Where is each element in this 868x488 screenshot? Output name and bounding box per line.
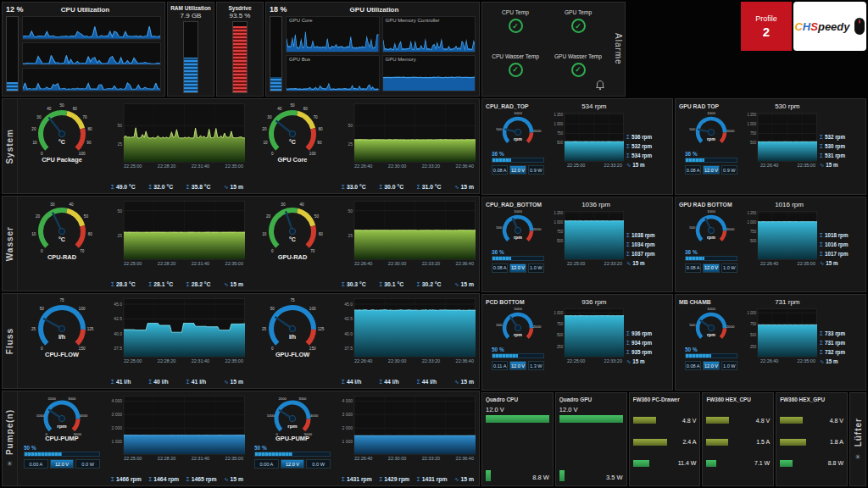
x-axis-label: 22:35:00 xyxy=(225,261,243,266)
gpu-chart-label: GPU Memory Controller xyxy=(386,18,440,23)
x-axis-label: 22:30:00 xyxy=(388,456,406,461)
watt-value: 8.8 W xyxy=(828,460,843,466)
cpu-panel-top: 12 % CPU Utilization xyxy=(3,3,164,14)
x-axis-label: 22:35:00 xyxy=(225,358,243,363)
sigma-stat-icon: Σ xyxy=(820,349,823,355)
gauge-tick-label: 1000 xyxy=(514,111,522,115)
stat-stat_max: Σ1038 rpm xyxy=(626,232,669,238)
sensor-box: 0.08 A xyxy=(685,263,701,273)
x-axis-label: 22:30:00 xyxy=(388,164,406,169)
gauge: 50010002000rpm xyxy=(679,209,743,247)
y-axis-label: 50 xyxy=(117,208,122,214)
cpu-history-chart-2 xyxy=(22,68,161,92)
fan-name: CPU_RAD_BOTTOM xyxy=(486,202,581,208)
speed-percent-slider[interactable]: 50 % xyxy=(248,445,337,457)
history-chart: 5025 xyxy=(340,103,476,163)
gauge-unit: rpm xyxy=(287,424,297,429)
speed-percent-slider[interactable]: 50 % xyxy=(679,347,743,358)
gauge-tick-label: 500 xyxy=(689,127,696,131)
history-chart: 1 2501 000750500 xyxy=(746,211,817,260)
gpu-history-chart-2: GPU Bus xyxy=(286,55,380,92)
speed-percent-slider[interactable]: 50 % xyxy=(18,445,106,457)
profile-selector[interactable]: Profile 2 xyxy=(741,2,792,51)
gauge-tick-label: 20 xyxy=(31,127,36,131)
gauge-tick-label: 50 xyxy=(290,103,295,108)
fan-stats: Σ532 rpmΣ530 rpmΣ531 rpm∿15 m xyxy=(820,111,862,191)
sensor-sections: System0102030405060708090100°CCPU Packag… xyxy=(2,98,480,486)
gauge-tick-label: 10 xyxy=(33,141,38,145)
stat-value: 1038 rpm xyxy=(632,232,655,238)
stat-value: 1464 rpm xyxy=(153,476,179,482)
history-chart: 5025 xyxy=(109,103,245,163)
x-axis-label: 22:31:40 xyxy=(192,358,209,363)
sigma-stat-icon: Σ xyxy=(111,476,114,482)
sensor-box: 0.00 A xyxy=(24,459,48,469)
y-axis-label: 750 xyxy=(750,322,757,326)
y-axis-label: 500 xyxy=(557,239,564,243)
gauge-tick-label: 1000 xyxy=(707,307,715,311)
wattage-bar xyxy=(559,470,565,481)
gauge-tick-label: 3000 xyxy=(68,396,76,401)
cpu-utilization-title: CPU Utilization xyxy=(35,6,161,14)
gauge-tick-label: 30 xyxy=(267,115,272,119)
stat-value: 1037 rpm xyxy=(632,251,655,257)
stat-window: ∿15 m xyxy=(454,281,474,287)
sigma-stat-icon: Σ xyxy=(417,379,420,385)
x-axis-label: 22:26:40 xyxy=(354,456,372,461)
x-axis-label: 22:25:00 xyxy=(124,164,142,169)
gauge-tick-label: 150 xyxy=(79,347,86,351)
stat-window: ∿15 m xyxy=(454,184,474,190)
utilization-spark-chart xyxy=(23,43,160,65)
stat-stat_min: Σ30.0 °C xyxy=(379,184,403,190)
stat-value: 532 rpm xyxy=(632,143,652,149)
x-axis-label: 22:33:20 xyxy=(422,358,440,363)
bell-icon[interactable] xyxy=(594,80,606,92)
chart-stats: Σ30.3 °CΣ30.1 °CΣ30.2 °C∿15 m xyxy=(340,280,476,288)
x-axis-label: 22:25:00 xyxy=(567,261,585,266)
speed-percent-slider[interactable]: 50 % xyxy=(486,347,550,358)
stat-value: 536 rpm xyxy=(632,134,652,140)
gpu-utilization-panel: 18 % GPU Utilization GPU CoreGPU Memory … xyxy=(265,2,480,97)
section-label-text: Wasser xyxy=(5,226,14,261)
y-axis-label: 1 000 xyxy=(554,311,563,315)
gpu-utilization-bar xyxy=(270,16,282,92)
volt-bar xyxy=(780,417,803,424)
logo-letter: y xyxy=(843,20,849,33)
sigma-stat-icon: Σ xyxy=(379,281,382,287)
x-axis-label: 22:25:00 xyxy=(124,456,142,461)
x-axis-labels: 22:25:0022:33:20 xyxy=(553,260,624,266)
sigma-stat-icon: Σ xyxy=(626,251,630,257)
ram-title: RAM Utilization xyxy=(170,5,211,11)
sigma-stat-icon: Σ xyxy=(626,143,630,149)
time-window-icon: ∿ xyxy=(224,379,228,385)
x-axis-label: 22:26:40 xyxy=(354,261,372,266)
gauge-tick-label: 30 xyxy=(50,202,55,207)
sigma-stat-icon: Σ xyxy=(148,379,152,385)
stat-value: 30.3 °C xyxy=(347,281,366,287)
stat-window: ∿15 m xyxy=(454,476,474,482)
speed-percent-slider[interactable]: 36 % xyxy=(679,151,743,163)
speed-percent-slider[interactable]: 36 % xyxy=(679,249,743,261)
stat-stat_min: Σ28.1 °C xyxy=(148,281,173,287)
fan-stats: Σ1018 rpmΣ1016 rpmΣ1017 rpm∿15 m xyxy=(820,209,862,290)
logo-letter: C xyxy=(794,20,802,33)
percent-label: 50 % xyxy=(492,347,544,352)
stat-stat_min: Σ731 rpm xyxy=(820,340,862,346)
power-panel-1: Quadro GPU12.0 V3.5 W xyxy=(555,392,627,486)
gauge-tick-label: 75 xyxy=(290,298,295,302)
section-label-text: Fluss xyxy=(5,328,14,354)
speed-percent-slider[interactable]: 36 % xyxy=(486,151,550,163)
stat-stat_avg: Σ935 rpm xyxy=(626,349,669,355)
chart-box: 4 0003 0002 0001 00022:25:0022:28:2022:3… xyxy=(106,391,248,485)
gauge-tick-label: 0 xyxy=(271,347,274,351)
cpu-utilization-bar xyxy=(6,16,19,92)
gpu-charts-grid: GPU CoreGPU Memory ControllerGPU BusGPU … xyxy=(286,16,476,92)
history-chart: 1 2501 000750500 xyxy=(553,113,624,162)
speed-percent-slider[interactable]: 36 % xyxy=(486,249,550,261)
time-window-icon: ∿ xyxy=(224,281,228,287)
gauge-title: GPU-RAD xyxy=(278,253,308,261)
stat-stat_min: Σ1016 rpm xyxy=(820,241,862,247)
sensor-readouts: 0.08 A12.0 V1.0 W xyxy=(486,263,550,273)
sigma-stat-icon: Σ xyxy=(626,232,630,238)
stat-value: 15 m xyxy=(461,281,475,287)
